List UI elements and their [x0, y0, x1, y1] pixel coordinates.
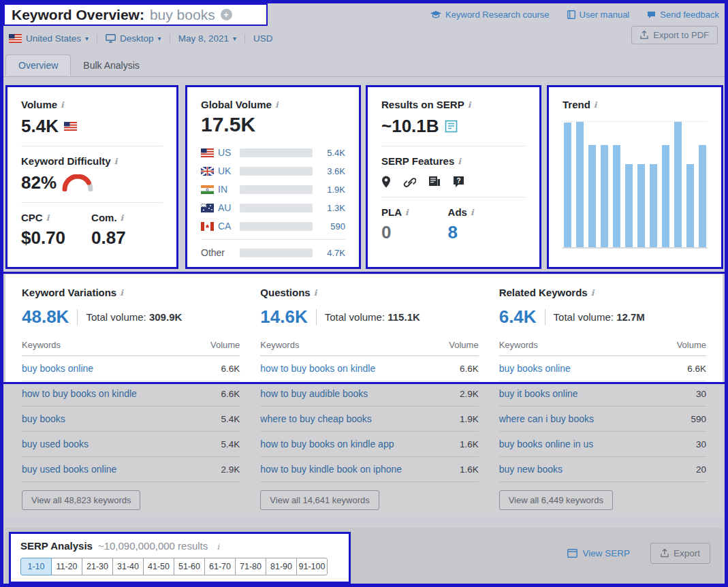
keyword-volume: 1.6K: [460, 464, 479, 475]
gridline: [563, 121, 708, 122]
pla-value: 0: [381, 222, 409, 243]
sitelinks-icon[interactable]: [403, 176, 416, 188]
keyword-link[interactable]: how to buy books on kindle: [260, 363, 375, 374]
annotation-line-bottom: [3, 382, 725, 384]
country-volume-row: AU 1.3K: [201, 201, 345, 215]
currency-value: USD: [253, 33, 273, 44]
keyword-link[interactable]: buy new books: [499, 464, 563, 475]
page-button-41-50[interactable]: 41-50: [143, 558, 174, 575]
country-volume: 5.4K: [319, 148, 345, 158]
info-icon[interactable]: i: [468, 100, 471, 110]
tab-bulk-analysis[interactable]: Bulk Analysis: [71, 55, 151, 76]
keyword-volume: 1.9K: [460, 414, 479, 424]
annotation-line-top: [3, 272, 725, 274]
page-button-11-20[interactable]: 11-20: [51, 558, 82, 575]
trend-bar: [686, 164, 694, 247]
add-keyword-icon[interactable]: +: [221, 9, 232, 20]
keyword-link[interactable]: where can i buy books: [499, 413, 594, 424]
serp-report-icon[interactable]: [445, 120, 458, 133]
keyword-link[interactable]: where to buy cheap books: [260, 413, 371, 424]
view-serp-link[interactable]: View SERP: [567, 548, 630, 558]
page-button-71-80[interactable]: 71-80: [235, 558, 266, 575]
send-feedback-link[interactable]: Send feedback: [647, 10, 719, 20]
country-selector[interactable]: United States ▾: [9, 33, 89, 44]
info-icon[interactable]: i: [275, 100, 279, 110]
info-icon[interactable]: i: [114, 157, 118, 166]
view-all-questions-button[interactable]: View all 14,641 keywords: [260, 490, 379, 510]
keyword-link[interactable]: how to buy kindle book on iphone: [260, 464, 402, 475]
info-icon[interactable]: i: [591, 288, 595, 298]
table-row: where to buy cheap books1.9K: [260, 407, 478, 432]
header-link-label: Send feedback: [660, 10, 719, 20]
export-button[interactable]: Export: [650, 543, 710, 564]
info-icon[interactable]: i: [217, 542, 219, 552]
table-row: where can i buy books590: [499, 407, 706, 432]
page-button-61-70[interactable]: 61-70: [204, 558, 236, 575]
info-icon[interactable]: i: [405, 208, 409, 217]
device-value: Desktop: [120, 33, 154, 44]
info-icon[interactable]: i: [314, 288, 317, 298]
table-row: buy books online6.6K: [499, 356, 706, 381]
keyword-difficulty-value: 82%: [21, 172, 57, 193]
competition-value: 0.87: [91, 227, 126, 249]
global-volume-card: Global Volumei 17.5K US 5.4K UK 3.6K IN …: [185, 85, 361, 269]
view-all-related-button[interactable]: View all 6,449 keywords: [499, 490, 613, 510]
questions-total: Total volume: 115.1K: [325, 311, 420, 323]
chevron-down-icon: ▾: [233, 35, 236, 42]
volume-bar: [240, 249, 313, 257]
export-to-pdf-button[interactable]: Export to PDF: [631, 26, 718, 44]
user-manual-link[interactable]: User manual: [567, 10, 630, 20]
keywords-section: Keyword Variationsi 48.8K Total volume: …: [5, 274, 723, 515]
ads-value: 8: [448, 222, 474, 243]
device-selector[interactable]: Desktop ▾: [106, 33, 161, 44]
keyword-volume: 6.6K: [221, 364, 240, 374]
keyword-link[interactable]: buy books online: [22, 363, 93, 374]
keyword-link[interactable]: how to buy books on kindle app: [260, 439, 394, 449]
serp-analysis-section: SERP Analysis ~10,090,000,000 results i …: [5, 528, 723, 584]
serp-actions: View SERP Export: [567, 543, 710, 564]
tab-overview[interactable]: Overview: [5, 54, 71, 76]
volume-column-header: Volume: [449, 340, 478, 350]
country-volume-row: US 5.4K: [201, 146, 345, 159]
local-pack-icon[interactable]: [381, 176, 391, 188]
keyword-link[interactable]: buy used books: [22, 439, 89, 449]
country-volume: 1.3K: [319, 203, 345, 213]
view-all-variations-button[interactable]: View all 48,823 keywords: [22, 490, 140, 510]
page-title: Keyword Overview:: [12, 7, 144, 23]
info-icon[interactable]: i: [458, 157, 461, 166]
date-selector[interactable]: May 8, 2021 ▾: [178, 33, 236, 44]
page-button-91-100[interactable]: 91-100: [296, 558, 328, 575]
info-icon[interactable]: i: [120, 288, 123, 298]
keyword-link[interactable]: buy books: [22, 413, 65, 424]
info-icon[interactable]: i: [121, 213, 124, 223]
page-button-21-30[interactable]: 21-30: [82, 558, 113, 575]
date-value: May 8, 2021: [178, 33, 229, 44]
keyword-volume: 6.6K: [460, 364, 479, 374]
info-icon[interactable]: i: [471, 208, 474, 217]
info-icon[interactable]: i: [46, 213, 50, 223]
table-row: buy used books online2.9K: [22, 457, 240, 482]
keyword-link[interactable]: buy books online in us: [499, 439, 594, 449]
people-also-ask-icon[interactable]: ?: [453, 176, 465, 188]
info-icon[interactable]: i: [594, 100, 597, 110]
competition-title: Com.: [91, 212, 117, 223]
reviews-icon[interactable]: [428, 176, 441, 188]
keyword-link[interactable]: how to buy books on kindle: [22, 388, 137, 399]
keyword-link[interactable]: buy used books online: [22, 464, 116, 475]
keyword-link[interactable]: buy it books online: [499, 388, 578, 399]
svg-text:?: ?: [456, 177, 460, 185]
table-row: buy books online in us30: [499, 432, 706, 457]
keyword-link[interactable]: how to buy audible books: [260, 388, 368, 399]
page-button-1-10[interactable]: 1-10: [20, 558, 52, 575]
keyword-research-course-link[interactable]: Keyword Research course: [430, 10, 549, 20]
trend-bar-chart: [563, 121, 708, 249]
info-icon[interactable]: i: [61, 100, 64, 110]
variations-count: 48.8K: [22, 306, 69, 328]
keyword-link[interactable]: buy books online: [499, 363, 571, 374]
view-serp-label: View SERP: [582, 548, 630, 558]
related-keywords-column: Related Keywordsi 6.4K Total volume: 12.…: [499, 287, 706, 510]
graduation-cap-icon: [430, 11, 441, 19]
page-button-81-90[interactable]: 81-90: [266, 558, 297, 575]
page-button-51-60[interactable]: 51-60: [174, 558, 205, 575]
page-button-31-40[interactable]: 31-40: [112, 558, 144, 575]
